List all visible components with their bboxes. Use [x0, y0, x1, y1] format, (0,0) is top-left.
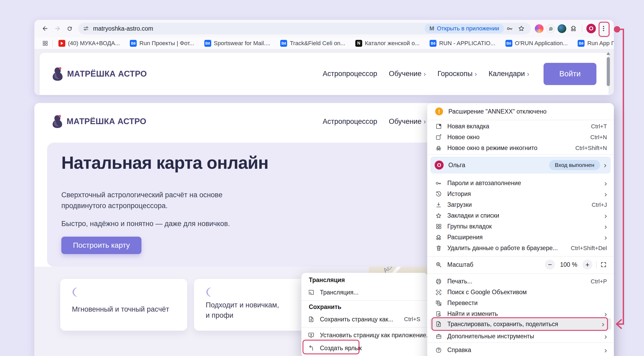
chrome-main-menu: ! Расширение "ANNEXX" отключено Новая вк…: [427, 103, 614, 356]
bookmark-item[interactable]: Bē Sportswear for Mail....: [204, 40, 270, 47]
translate-icon: [435, 300, 442, 307]
menu-item-clear-browsing-data[interactable]: Удалить данные о работе в браузере... Ct…: [427, 243, 614, 254]
menu-divider: [427, 154, 614, 155]
menu-item-help[interactable]: Справка ›: [427, 345, 614, 355]
menu-item-cast-save-share[interactable]: Транслировать, сохранить, поделиться ›: [430, 318, 611, 330]
menu-profile-row[interactable]: O Ольга Вход выполнен ›: [430, 157, 611, 174]
bookmark-item[interactable]: (40) МУКА+ВОДА...: [58, 40, 120, 47]
scrollbar-up-arrow[interactable]: [606, 52, 610, 55]
google-lens-icon: [435, 289, 442, 296]
bookmark-item[interactable]: Bē O'RUN Application...: [505, 40, 568, 47]
reload-button[interactable]: [63, 22, 76, 35]
menu-item-create-shortcut[interactable]: Создать ярлык: [301, 342, 428, 354]
page-scrollbar[interactable]: [606, 52, 610, 86]
site-logo[interactable]: МАТРЁШКА АСТРО: [52, 114, 146, 129]
site-logo-text: МАТРЁШКА АСТРО: [67, 117, 146, 126]
bookmarks-separator: [52, 40, 53, 47]
bookmarks-bar: (40) МУКА+ВОДА... Bē Run Проекты | Фот..…: [34, 37, 614, 49]
nav-calendars[interactable]: Календари›: [489, 70, 529, 78]
chevron-right-icon: ›: [604, 212, 607, 220]
feature-text: Мгновенный и точный расчёт: [72, 304, 169, 315]
profile-avatar[interactable]: O: [586, 24, 596, 33]
profile-name: Ольга: [448, 162, 549, 169]
new-window-icon: [435, 134, 442, 141]
login-button[interactable]: Войти: [544, 63, 596, 85]
back-button[interactable]: [39, 22, 51, 35]
bookmark-star-button[interactable]: [516, 23, 527, 34]
menu-item-cast[interactable]: Трансляция...: [301, 287, 428, 298]
hero-title: Натальная карта онлайн: [61, 153, 268, 173]
menu-item-new-window[interactable]: Новое окно Ctrl+N: [427, 132, 614, 143]
site-header: МАТРЁШКА АСТРО Астропроцессор Обучение› …: [40, 53, 609, 95]
history-icon: [435, 191, 442, 198]
menu-item-passwords[interactable]: Пароли и автозаполнение ›: [427, 178, 614, 189]
forward-icon: [54, 25, 61, 32]
chevron-right-icon: ›: [604, 233, 607, 241]
nav-horoscopes[interactable]: Гороскопы›: [438, 70, 477, 78]
site-logo[interactable]: МАТРЁШКА АСТРО: [52, 67, 147, 81]
address-bar[interactable]: matryoshka-astro.com M Открыть в приложе…: [78, 23, 531, 34]
submenu-divider: [301, 327, 428, 327]
fullscreen-button[interactable]: [600, 261, 607, 268]
zoom-separator: [596, 261, 596, 268]
behance-icon: Bē: [204, 40, 211, 47]
password-key-button[interactable]: [504, 23, 516, 34]
bookmark-item[interactable]: N Каталог женской о...: [355, 40, 420, 47]
submenu-save-header: Сохранить: [309, 303, 341, 311]
menu-notice-extension-disabled[interactable]: ! Расширение "ANNEXX" отключено: [427, 105, 614, 118]
behance-icon: Bē: [578, 40, 585, 47]
chevron-right-icon: ›: [604, 332, 607, 340]
menu-item-install-app[interactable]: Установить страницу как приложение...: [301, 329, 428, 341]
menu-item-google-lens[interactable]: Поиск с Google Объективом: [427, 287, 614, 298]
extension-icon-gradient[interactable]: [535, 24, 544, 33]
bookmark-item[interactable]: Bē Run Проекты | Фот...: [130, 40, 194, 47]
annotation-dot: [614, 26, 620, 32]
warning-icon: !: [435, 107, 443, 115]
chevron-right-icon: ›: [604, 310, 607, 318]
extension-icon-sphere[interactable]: [558, 24, 566, 33]
menu-item-new-tab[interactable]: Новая вкладка Ctrl+T: [427, 121, 614, 132]
bookmark-item[interactable]: Bē Run App Проекты |...: [578, 40, 614, 47]
menu-item-print[interactable]: Печать... Ctrl+P: [427, 276, 614, 287]
reload-icon: [66, 25, 73, 32]
page-viewport-top: МАТРЁШКА АСТРО Астропроцессор Обучение› …: [34, 49, 614, 95]
menu-item-extensions[interactable]: Расширения ›: [427, 232, 614, 243]
help-icon: [435, 347, 442, 354]
bookmark-item[interactable]: Bē RUN - APPLICATIO...: [430, 40, 495, 47]
apps-grid-icon: [42, 40, 48, 46]
extension-icon-light[interactable]: [546, 24, 555, 33]
menu-item-find-edit[interactable]: Найти и изменить ›: [427, 308, 614, 319]
extensions-button[interactable]: [568, 23, 579, 34]
forward-button[interactable]: [51, 22, 63, 35]
apps-grid-button[interactable]: [41, 38, 50, 49]
zoom-in-button[interactable]: +: [582, 260, 592, 270]
screenshot-stage: matryoshka-astro.com M Открыть в приложе…: [0, 0, 644, 356]
chevron-right-icon: ›: [475, 71, 477, 77]
menu-item-bookmarks-lists[interactable]: Закладки и списки ›: [427, 210, 614, 221]
nav-education[interactable]: Обучение›: [389, 70, 426, 78]
menu-item-save-page-as[interactable]: Сохранить страницу как... Ctrl+S: [301, 313, 428, 325]
bookmark-item[interactable]: Bē Track&Field Celi on...: [280, 40, 345, 47]
menu-item-downloads[interactable]: Загрузки Ctrl+J: [427, 199, 614, 210]
fullscreen-icon: [600, 261, 607, 268]
nav-astroprocessor[interactable]: Астропроцессор: [323, 70, 377, 78]
save-page-icon: [308, 316, 315, 323]
menu-item-tab-groups[interactable]: Группы вкладок ›: [427, 221, 614, 232]
nav-education[interactable]: Обучение›: [389, 118, 426, 126]
open-in-app-chip[interactable]: M Открыть в приложении: [425, 24, 504, 33]
site-nav: Астропроцессор Обучение› Гороскопы› Кале…: [323, 70, 529, 78]
build-chart-button[interactable]: Построить карту: [61, 237, 141, 254]
profile-avatar: O: [435, 161, 444, 170]
menu-item-incognito[interactable]: Новое окно в режиме инкогнито Ctrl+Shift…: [427, 143, 614, 153]
behance-icon: Bē: [280, 40, 287, 47]
menu-dots-button[interactable]: [597, 22, 610, 35]
crescent-moon-icon: [72, 287, 80, 297]
menu-item-more-tools[interactable]: Дополнительные инструменты ›: [427, 331, 614, 342]
menu-item-translate[interactable]: Перевести: [427, 298, 614, 308]
new-tab-icon: [435, 123, 442, 130]
menu-item-history[interactable]: История ›: [427, 189, 614, 199]
zoom-out-button[interactable]: −: [545, 260, 555, 270]
scrollbar-thumb[interactable]: [607, 57, 610, 86]
nav-astroprocessor[interactable]: Астропроцессор: [323, 118, 377, 126]
cast-icon: [308, 289, 315, 296]
